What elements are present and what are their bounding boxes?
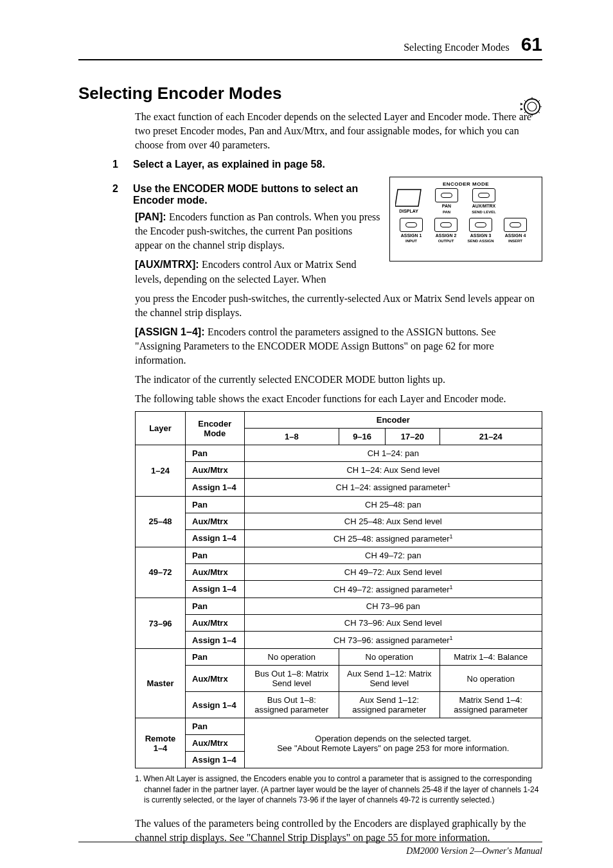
assign-label: [ASSIGN 1–4]: [135, 326, 208, 337]
mode-cell: Pan [186, 598, 244, 615]
table-cell: CH 1–24: Aux Send level [244, 462, 542, 479]
svg-line-8 [524, 100, 526, 102]
mode-cell: Aux/Mtrx [186, 462, 244, 479]
th-encoder-mode: Encoder Mode [186, 412, 244, 445]
table-cell: CH 49–72: pan [244, 547, 542, 563]
layer-cell: 1–24 [136, 445, 186, 496]
mode-cell: Assign 1–4 [186, 580, 244, 598]
assign1-label: ASSIGN 1 [401, 233, 422, 238]
table-footnote: 1. When Alt Layer is assigned, the Encod… [135, 774, 542, 805]
assign3-sub: SEND ASSIGN [467, 239, 493, 243]
svg-marker-11 [395, 190, 421, 206]
indicator-note: The indicator of the currently selected … [135, 373, 542, 387]
table-cell: CH 25–48: assigned parameter1 [244, 529, 542, 547]
header-section-title: Selecting Encoder Modes [404, 42, 509, 53]
pan-button: PAN PAN [432, 188, 461, 213]
table-cell: CH 25–48: pan [244, 496, 542, 513]
th-encoder: Encoder [244, 412, 542, 429]
footnote-number: 1. [135, 774, 143, 783]
th-col-17-20: 17–20 [386, 429, 440, 445]
table-cell: Matrix 1–4: Balance [440, 649, 542, 666]
svg-line-7 [524, 112, 526, 113]
layer-cell: 49–72 [136, 547, 186, 598]
table-cell: CH 1–24: assigned parameter1 [244, 479, 542, 496]
step-2: 2 Use the ENCODER MODE buttons to select… [112, 183, 380, 206]
table-cell: CH 73–96: Aux Send level [244, 615, 542, 632]
mode-cell: Pan [186, 445, 244, 462]
step-number: 2 [112, 183, 121, 206]
step-number: 1 [112, 159, 121, 170]
mode-cell: Pan [186, 718, 244, 735]
assign3-label: ASSIGN 3 [470, 233, 492, 238]
table-cell: No operation [440, 666, 542, 692]
page-footer: DM2000 Version 2—Owner's Manual [78, 842, 542, 856]
assign4-sub: INSERT [508, 239, 522, 243]
pan-description: [PAN]: Encoders function as Pan controls… [135, 210, 380, 252]
layer-cell: Remote 1–4 [136, 718, 186, 768]
table-cell: CH 73–96: assigned parameter1 [244, 632, 542, 649]
page-header: Selecting Encoder Modes 61 [78, 33, 542, 60]
mode-cell: Pan [186, 496, 244, 513]
mode-cell: Aux/Mtrx [186, 735, 244, 752]
table-cell: CH 25–48: Aux Send level [244, 513, 542, 529]
step-text: Use the ENCODER MODE buttons to select a… [133, 183, 380, 206]
assign2-sub: OUTPUT [438, 239, 454, 243]
mode-cell: Assign 1–4 [186, 632, 244, 649]
layer-cell: 25–48 [136, 496, 186, 547]
panel-title: ENCODER MODE [395, 181, 537, 187]
aux-description-2: you press the Encoder push-switches, the… [135, 292, 542, 320]
table-cell: Matrix Send 1–4: assigned parameter [440, 692, 542, 718]
step-1: 1 Select a Layer, as explained in page 5… [112, 159, 542, 170]
table-cell: No operation [339, 649, 440, 666]
layer-cell: 73–96 [136, 598, 186, 649]
mode-cell: Assign 1–4 [186, 529, 244, 547]
mode-cell: Assign 1–4 [186, 752, 244, 768]
assign-2-button: ASSIGN 2 OUTPUT [430, 218, 462, 243]
intro-paragraph: The exact function of each Encoder depen… [135, 110, 542, 152]
assign2-label: ASSIGN 2 [436, 233, 457, 238]
table-cell: Aux Send 1–12: Matrix Send level [339, 666, 440, 692]
mode-cell: Aux/Mtrx [186, 666, 244, 692]
encoder-mode-panel: ENCODER MODE DISPLAY PAN PAN AUX/MTRX SE… [389, 177, 542, 261]
aux-description-1: [AUX/MTRX]: Encoders control Aux or Matr… [135, 258, 380, 286]
display-label: DISPLAY [399, 209, 418, 213]
layer-cell: Master [136, 649, 186, 718]
svg-line-5 [538, 112, 540, 113]
pan-btn-sub: PAN [443, 210, 450, 214]
aux-label: [AUX/MTRX]: [135, 259, 202, 270]
th-layer: Layer [136, 412, 186, 445]
assign-1-button: ASSIGN 1 INPUT [395, 218, 427, 243]
svg-point-1 [528, 102, 537, 111]
table-cell: Aux Send 1–12: assigned parameter [339, 692, 440, 718]
table-cell: CH 73–96 pan [244, 598, 542, 615]
pan-body: Encoders function as Pan controls. When … [135, 211, 380, 251]
mode-cell: Pan [186, 649, 244, 666]
svg-line-3 [538, 100, 540, 102]
assign-3-button: ASSIGN 3 SEND ASSIGN [465, 218, 497, 243]
mode-cell: Aux/Mtrx [186, 563, 244, 580]
table-cell: Bus Out 1–8: Matrix Send level [244, 666, 339, 692]
table-cell: CH 49–72: assigned parameter1 [244, 580, 542, 598]
table-cell: Bus Out 1–8: assigned parameter [244, 692, 339, 718]
assign-4-button: ASSIGN 4 INSERT [499, 218, 531, 243]
table-cell: Operation depends on the selected target… [244, 718, 542, 768]
mode-cell: Assign 1–4 [186, 692, 244, 718]
pan-btn-label: PAN [442, 204, 451, 208]
mode-cell: Assign 1–4 [186, 479, 244, 496]
table-cell: No operation [244, 649, 339, 666]
encoder-function-table: Layer Encoder Mode Encoder 1–8 9–16 17–2… [135, 411, 542, 768]
table-cell: CH 49–72: Aux Send level [244, 563, 542, 580]
footnote-text: When Alt Layer is assigned, the Encoders… [143, 774, 538, 804]
table-lead: The following table shows the exact Enco… [135, 392, 542, 406]
assign-description: [ASSIGN 1–4]: Encoders control the param… [135, 325, 542, 368]
header-page-number: 61 [521, 33, 542, 55]
assign1-sub: INPUT [405, 239, 417, 243]
svg-marker-9 [520, 103, 523, 105]
closing-paragraph: The values of the parameters being contr… [135, 817, 542, 845]
assign4-label: ASSIGN 4 [505, 233, 526, 238]
th-col-21-24: 21–24 [440, 429, 542, 445]
page-title: Selecting Encoder Modes [78, 84, 542, 103]
pan-label: [PAN]: [135, 211, 169, 222]
display-button: DISPLAY [395, 188, 422, 213]
mode-cell: Aux/Mtrx [186, 513, 244, 529]
